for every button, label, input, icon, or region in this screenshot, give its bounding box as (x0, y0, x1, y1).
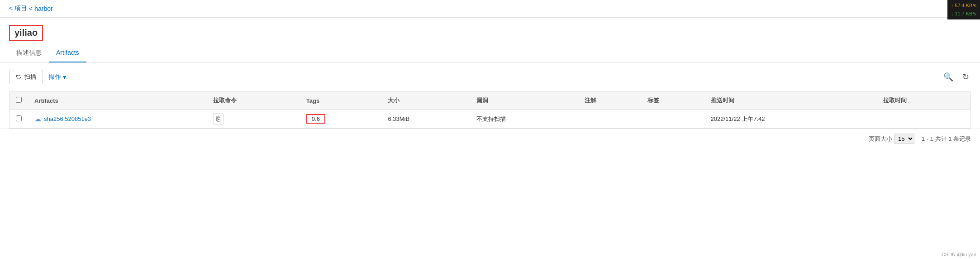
page-size-label: 页面大小 (869, 135, 892, 143)
col-artifacts: Artifacts (28, 92, 207, 110)
col-size: 大小 (381, 92, 470, 110)
table-header-row: Artifacts 拉取命令 Tags 大小 漏洞 注解 标签 推送时间 拉取时… (10, 92, 971, 110)
push-time-cell: 2022/11/22 上午7:42 (704, 110, 877, 129)
page-header: yiliao (0, 18, 980, 44)
size-cell: 6.33MiB (381, 110, 470, 129)
pull-time-cell (877, 110, 971, 129)
labels-cell (641, 110, 704, 129)
select-all-header (10, 92, 29, 110)
pull-cmd-cell: ⎘ (207, 110, 300, 129)
col-push-time: 推送时间 (704, 92, 877, 110)
page-size-container: 页面大小 15 25 50 (869, 134, 916, 144)
select-all-checkbox[interactable] (16, 97, 22, 103)
col-annotations: 注解 (578, 92, 641, 110)
artifact-name[interactable]: sha256:520851e3 (44, 115, 91, 122)
tab-info[interactable]: 描述信息 (9, 44, 49, 62)
top-bar: < 项目 < harbor (0, 0, 980, 18)
table-row: ☁ sha256:520851e3 ⎘ 0.6 6.33MiB 不支持扫描 20… (10, 110, 971, 129)
shield-icon: 🛡 (16, 74, 22, 81)
vulnerabilities-cell: 不支持扫描 (470, 110, 579, 129)
page-title: yiliao (9, 25, 43, 41)
tabs-container: 描述信息 Artifacts (0, 44, 980, 62)
table-footer: 页面大小 15 25 50 1 - 1 共计 1 条记录 (0, 129, 980, 149)
tags-value[interactable]: 0.6 (306, 114, 325, 124)
speed-indicator: ↑ 57.4 KB/s ↓ 11.7 KB/s (947, 0, 980, 19)
tags-cell: 0.6 (300, 110, 382, 129)
pagination-info: 1 - 1 共计 1 条记录 (922, 135, 971, 143)
search-button[interactable]: 🔍 (942, 70, 955, 84)
tab-artifacts[interactable]: Artifacts (49, 44, 86, 62)
col-tags: Tags (300, 92, 382, 110)
col-pull-cmd: 拉取命令 (207, 92, 300, 110)
row-checkbox[interactable] (16, 115, 22, 121)
col-vulnerabilities: 漏洞 (470, 92, 579, 110)
artifact-link-inner: ☁ sha256:520851e3 (34, 115, 200, 123)
artifact-name-cell[interactable]: ☁ sha256:520851e3 (28, 110, 207, 129)
col-pull-time: 拉取时间 (877, 92, 971, 110)
upload-speed: ↑ 57.4 KB/s (951, 2, 976, 10)
action-label: 操作 (48, 73, 61, 81)
refresh-button[interactable]: ↻ (961, 70, 971, 84)
row-checkbox-cell (10, 110, 29, 129)
breadcrumb: < 项目 < harbor (9, 5, 53, 13)
scan-label: 扫描 (24, 73, 36, 81)
breadcrumb-project[interactable]: < 项目 (9, 5, 27, 13)
page-size-select[interactable]: 15 25 50 (894, 134, 914, 144)
scan-button[interactable]: 🛡 扫描 (9, 70, 43, 84)
toolbar-right: 🔍 ↻ (942, 70, 971, 84)
artifacts-table: Artifacts 拉取命令 Tags 大小 漏洞 注解 标签 推送时间 拉取时… (9, 91, 971, 129)
col-labels: 标签 (641, 92, 704, 110)
annotations-cell (578, 110, 641, 129)
action-button[interactable]: 操作 ▾ (48, 73, 66, 81)
download-speed: ↓ 11.7 KB/s (951, 10, 976, 18)
action-chevron-icon: ▾ (63, 73, 66, 81)
cloud-icon: ☁ (34, 115, 41, 123)
breadcrumb-harbor[interactable]: < harbor (29, 5, 53, 12)
table-container: Artifacts 拉取命令 Tags 大小 漏洞 注解 标签 推送时间 拉取时… (0, 91, 980, 129)
copy-icon[interactable]: ⎘ (213, 113, 224, 125)
toolbar: 🛡 扫描 操作 ▾ 🔍 ↻ (0, 62, 980, 91)
